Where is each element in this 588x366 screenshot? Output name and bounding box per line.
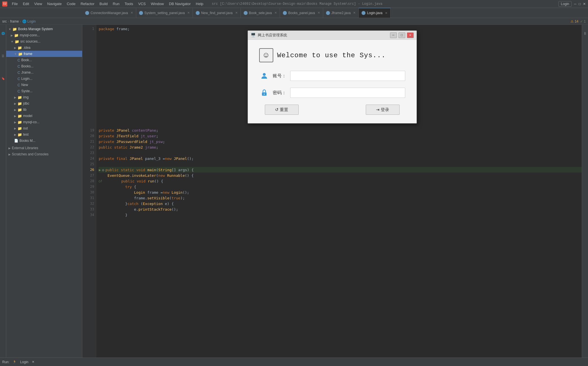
tree-new[interactable]: C New: [6, 82, 82, 88]
tab-system-setting[interactable]: System_setting_panel.java ✕: [136, 8, 193, 18]
menu-right: Login ─ □ ✕: [558, 1, 586, 7]
file-icon: C: [17, 89, 20, 93]
tree-book[interactable]: C Book...: [6, 57, 82, 63]
tree-idea[interactable]: ▶ 📁 .idea: [6, 45, 82, 51]
menu-code[interactable]: Code: [65, 1, 78, 6]
menu-run[interactable]: Run: [111, 1, 122, 6]
tree-root[interactable]: ▼ 📁 Books Manage System: [6, 26, 82, 32]
tree-system[interactable]: C Syste...: [6, 88, 82, 94]
tree-books-m[interactable]: 📄 Books M...: [6, 138, 82, 144]
tab-new-find[interactable]: New_find_panel.java ✕: [193, 8, 241, 18]
tree-login[interactable]: C Login...: [6, 76, 82, 82]
tree-test[interactable]: ▶ 📁 test: [6, 131, 82, 138]
menu-vcs[interactable]: VCS: [136, 1, 148, 6]
tree-label: out: [23, 126, 28, 130]
breadcrumb-src[interactable]: src: [2, 19, 7, 23]
tab-jframe2[interactable]: Jframe2.java ✕: [323, 8, 359, 18]
breadcrumb: src › frame › 🌐 Login ⚠ 14 ✓ 1: [0, 18, 588, 25]
left-sidebar: 📁 🌐 ⌸ 🔖: [0, 0, 6, 366]
tree-src[interactable]: ▼ 📁 src sources...: [6, 38, 82, 45]
tab-close-icon[interactable]: ✕: [274, 11, 277, 15]
ide-logo: IJ: [2, 1, 7, 6]
folder-icon: 📁: [14, 33, 19, 38]
tab-file-icon: [85, 11, 89, 15]
file-icon: C: [17, 83, 20, 87]
password-input[interactable]: [290, 88, 405, 98]
tree-img[interactable]: ▶ 📁 img: [6, 94, 82, 100]
tree-jdbc[interactable]: ▶ 📁 jdbc: [6, 100, 82, 107]
window-close[interactable]: ✕: [583, 2, 586, 6]
folder-icon: 📁: [17, 114, 22, 118]
account-input[interactable]: [290, 71, 405, 81]
reset-button[interactable]: ↺ 重置: [265, 105, 299, 115]
tab-login-java[interactable]: Login.java ✕: [359, 8, 391, 18]
tree-label: Books M...: [19, 139, 36, 143]
login-dialog: 🖥️ 网上书店管理系统 ─ □ ✕ ☺ Welcome to use the S…: [248, 30, 417, 124]
menu-edit[interactable]: Edit: [21, 1, 31, 6]
tab-connection-manager[interactable]: ConnectionManager.java ✕: [82, 8, 136, 18]
menu-db-navigator[interactable]: DB Navigator: [167, 1, 193, 6]
tree-label: External Libraries: [12, 146, 38, 150]
login-button[interactable]: ⇥ 登录: [366, 105, 400, 115]
right-panel-icon-3[interactable]: B: [584, 32, 586, 36]
dialog-overlay: 🖥️ 网上书店管理系统 ─ □ ✕ ☺ Welcome to use the S…: [82, 25, 582, 358]
warning-indicator[interactable]: ⚠ 14: [571, 19, 578, 23]
tree-label: mysql-conn...: [20, 33, 40, 37]
tree-label: src sources...: [20, 39, 40, 43]
tab-book-sele[interactable]: Book_sele.java ✕: [241, 8, 280, 18]
tab-close-icon[interactable]: ✕: [318, 11, 320, 15]
menu-navigate[interactable]: Navigate: [45, 1, 64, 6]
tree-mysql-co[interactable]: ▶ 📁 mysql-co...: [6, 119, 82, 125]
folder-icon: 📁: [12, 27, 17, 31]
breadcrumb-frame[interactable]: frame: [10, 19, 19, 23]
breadcrumb-login[interactable]: 🌐 Login: [22, 19, 36, 23]
sidebar-structure-icon[interactable]: ⌸: [1, 54, 6, 59]
tree-jrame[interactable]: C Jrame...: [6, 69, 82, 76]
menu-tools[interactable]: Tools: [122, 1, 135, 6]
project-panel: ▼ 📁 Books Manage System ▶ 📁 mysql-conn..…: [6, 25, 82, 358]
menu-file[interactable]: File: [10, 1, 20, 6]
tree-frame[interactable]: ▼ 📁 frame: [6, 51, 82, 57]
tab-close-icon[interactable]: ✕: [131, 11, 133, 15]
dialog-title: 网上书店管理系统: [258, 33, 388, 38]
menu-view[interactable]: View: [32, 1, 44, 6]
error-indicator[interactable]: ✓ 1: [580, 19, 586, 23]
expand-arrow: ▶: [14, 46, 16, 49]
file-icon: 📄: [14, 139, 18, 143]
tab-close-icon[interactable]: ✕: [187, 11, 190, 15]
tab-close-icon[interactable]: ✕: [353, 11, 356, 15]
menu-window[interactable]: Window: [149, 1, 166, 6]
tab-file-icon: [362, 11, 365, 15]
login-dropdown[interactable]: Login: [558, 1, 572, 7]
window-maximize[interactable]: □: [579, 2, 581, 6]
tab-books-panel[interactable]: Books_panel.java ✕: [280, 8, 323, 18]
tree-mysql-conn[interactable]: ▶ 📁 mysql-conn...: [6, 32, 82, 38]
tree-model[interactable]: ▶ 📁 model: [6, 113, 82, 119]
dialog-close-button[interactable]: ✕: [407, 32, 414, 38]
folder-icon: 📁: [17, 120, 22, 124]
user-icon: [259, 71, 269, 81]
menu-build[interactable]: Build: [97, 1, 110, 6]
dialog-welcome: ☺ Welcome to use the Sys...: [259, 48, 405, 62]
dialog-app-icon: 🖥️: [251, 33, 256, 38]
account-label: 账号：: [273, 73, 287, 79]
close-run[interactable]: ✕: [32, 360, 34, 364]
tree-books[interactable]: C Books...: [6, 63, 82, 69]
window-minimize[interactable]: ─: [574, 2, 576, 6]
sidebar-browser-icon[interactable]: 🌐: [1, 31, 6, 36]
dialog-minimize-button[interactable]: ─: [390, 32, 397, 38]
menu-help[interactable]: Help: [193, 1, 206, 6]
tab-close-icon[interactable]: ✕: [235, 11, 238, 15]
tree-label: Books Manage System: [18, 27, 53, 31]
menu-refactor[interactable]: Refactor: [78, 1, 97, 6]
tree-lib[interactable]: ▶ 📁 lib: [6, 107, 82, 113]
dialog-maximize-button[interactable]: □: [398, 32, 405, 38]
sidebar-bookmarks-icon[interactable]: 🔖: [1, 76, 6, 81]
tab-file-icon: [283, 11, 287, 15]
tab-close-icon[interactable]: ✕: [385, 11, 387, 15]
file-icon: C: [17, 77, 20, 81]
tree-scratches[interactable]: ▶ Scratches and Consoles: [6, 151, 82, 157]
tree-out[interactable]: ▶ 📁 out: [6, 125, 82, 131]
tree-label: Login...: [21, 77, 32, 81]
tree-external-libs[interactable]: ▶ External Libraries: [6, 145, 82, 151]
